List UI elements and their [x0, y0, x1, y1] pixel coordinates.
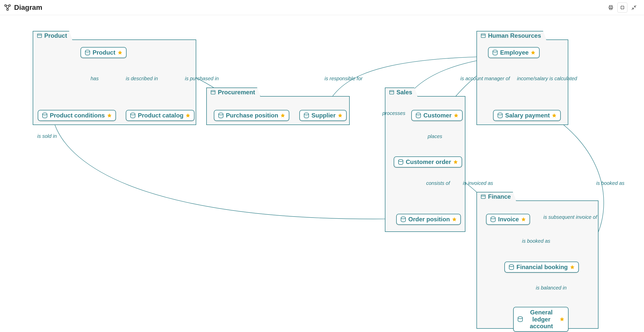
package-label: Sales — [396, 89, 412, 96]
star-icon — [570, 265, 575, 270]
window-icon — [389, 90, 394, 95]
node-label: Purchase position — [226, 112, 278, 119]
cylinder-icon — [497, 113, 503, 118]
node-product[interactable]: Product — [80, 47, 127, 58]
window-icon — [37, 33, 42, 38]
node-label: Order position — [408, 216, 450, 223]
page-title: Diagram — [14, 4, 42, 12]
edge-label-has: has — [91, 76, 99, 81]
edge-label-described: is described in — [126, 76, 158, 81]
cylinder-icon — [517, 316, 523, 322]
window-icon — [480, 33, 486, 38]
node-order-position[interactable]: Order position — [396, 214, 461, 225]
cylinder-icon — [400, 217, 406, 222]
print-icon — [608, 5, 614, 10]
edge-label-consists: consists of — [426, 180, 450, 186]
cylinder-icon — [415, 113, 421, 118]
edge-label-income: income/salary is calculated — [517, 76, 577, 81]
star-icon — [454, 113, 459, 118]
node-label: Invoice — [498, 216, 519, 223]
edge-label-booked-sal: is booked as — [596, 180, 624, 186]
edge-label-balanced: is balanced in — [536, 285, 567, 291]
node-customer[interactable]: Customer — [411, 110, 463, 121]
edge-label-booked-inv: is booked as — [522, 238, 550, 244]
edge-label-subsequent: is subsequent invoice of — [543, 214, 597, 220]
fit-icon — [620, 5, 625, 10]
node-customer-order[interactable]: Customer order — [394, 156, 462, 168]
edge-label-processes: processes — [382, 110, 405, 116]
node-label: General ledger account — [525, 309, 557, 330]
cylinder-icon — [303, 113, 309, 118]
package-label: Procurement — [218, 89, 255, 96]
minimize-icon — [631, 5, 637, 10]
package-label: Product — [44, 32, 67, 39]
cylinder-icon — [130, 113, 136, 118]
cylinder-icon — [490, 217, 496, 222]
cylinder-icon — [218, 113, 224, 118]
node-label: Supplier — [311, 112, 336, 119]
star-icon — [280, 113, 285, 118]
star-icon — [453, 159, 458, 164]
cylinder-icon — [42, 113, 48, 118]
package-tab-sales: Sales — [385, 88, 418, 97]
node-label: Employee — [500, 49, 529, 56]
node-product-conditions[interactable]: Product conditions — [38, 110, 116, 121]
node-supplier[interactable]: Supplier — [299, 110, 347, 121]
node-product-catalog[interactable]: Product catalog — [126, 110, 194, 121]
package-label: Human Resources — [488, 32, 541, 39]
toolbar: Diagram — [0, 0, 644, 15]
edge-label-sold: is sold in — [37, 133, 57, 139]
star-icon — [452, 217, 457, 222]
diagram-icon — [4, 4, 11, 11]
star-icon — [338, 113, 343, 118]
node-label: Salary payment — [505, 112, 550, 119]
node-label: Product — [93, 49, 115, 56]
node-label: Customer order — [406, 158, 451, 165]
window-icon — [480, 194, 486, 199]
cylinder-icon — [492, 50, 498, 55]
node-label: Product conditions — [50, 112, 105, 119]
star-icon — [521, 217, 526, 222]
node-salary-payment[interactable]: Salary payment — [493, 110, 561, 121]
node-purchase-position[interactable]: Purchase position — [214, 110, 289, 121]
edge-label-invoiced: is invoiced as — [463, 180, 493, 186]
fit-button[interactable] — [617, 3, 627, 13]
node-label: Financial booking — [516, 264, 568, 271]
edge-label-places: places — [428, 134, 442, 139]
star-icon — [117, 50, 123, 55]
star-icon — [107, 113, 112, 118]
window-icon — [210, 90, 216, 95]
edge-label-account-mgr: is account manager of — [460, 76, 510, 81]
star-icon — [185, 113, 190, 118]
star-icon — [559, 317, 565, 322]
node-label: Customer — [423, 112, 452, 119]
node-general-ledger[interactable]: General ledger account — [513, 307, 569, 332]
node-label: Product catalog — [138, 112, 183, 119]
edge-label-responsible: is responsible for — [325, 76, 363, 81]
cylinder-icon — [85, 50, 91, 55]
print-button[interactable] — [606, 3, 616, 13]
cylinder-icon — [508, 264, 514, 270]
star-icon — [552, 113, 557, 118]
edge-label-purchased: is purchased in — [185, 76, 219, 81]
node-employee[interactable]: Employee — [488, 47, 540, 58]
cylinder-icon — [398, 159, 404, 165]
package-tab-product: Product — [33, 31, 73, 40]
package-tab-procurement: Procurement — [206, 88, 261, 97]
package-label: Finance — [488, 193, 511, 200]
star-icon — [531, 50, 536, 55]
minimize-button[interactable] — [629, 3, 639, 13]
package-tab-finance: Finance — [476, 192, 516, 201]
diagram-canvas[interactable]: Product Procurement Sales Human Resource… — [0, 15, 644, 332]
node-financial-booking[interactable]: Financial booking — [504, 262, 579, 273]
package-tab-hr: Human Resources — [476, 31, 547, 40]
node-invoice[interactable]: Invoice — [486, 214, 530, 225]
